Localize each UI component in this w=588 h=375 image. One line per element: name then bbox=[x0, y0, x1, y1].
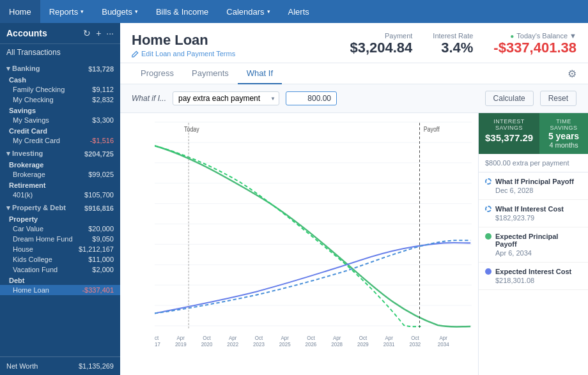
brokerage-header: Brokerage bbox=[0, 159, 120, 169]
interest-savings-box: INTEREST SAVINGS $35,377.29 bbox=[479, 113, 539, 154]
banking-amount: $13,728 bbox=[88, 65, 114, 73]
tab-payments[interactable]: Payments bbox=[183, 63, 238, 84]
interest-savings-value: $35,377.29 bbox=[485, 132, 533, 143]
dream-home-item[interactable]: Dream Home Fund$9,050 bbox=[0, 234, 120, 244]
sidebar-header: Accounts ↻ + ··· bbox=[0, 23, 120, 44]
svg-text:Today: Today bbox=[184, 125, 199, 133]
net-worth-label: Net Worth bbox=[6, 362, 38, 370]
reset-button[interactable]: Reset bbox=[540, 91, 576, 106]
today-balance-stat: ● Today's Balance ▼ -$337,401.38 bbox=[493, 32, 576, 56]
chart-svg: 340,000 306,000 272,000 238,000 204,000 … bbox=[155, 119, 472, 349]
savings-box: INTEREST SAVINGS $35,377.29 TIME SAVINGS… bbox=[479, 113, 588, 154]
property-debt-label: ▾ Property & Debt bbox=[6, 204, 66, 212]
svg-text:2034: 2034 bbox=[438, 341, 449, 348]
expected-principal-dot bbox=[485, 233, 491, 240]
expected-interest-amount: $218,301.08 bbox=[495, 277, 582, 284]
interest-stat: Interest Rate 3.4% bbox=[433, 32, 473, 56]
legend-whatif-principal: What If Principal Payoff Dec 6, 2028 bbox=[479, 172, 588, 200]
sidebar-footer: Net Worth $1,135,269 bbox=[0, 356, 120, 375]
brokerage-item[interactable]: Brokerage$99,025 bbox=[0, 169, 120, 180]
svg-text:2017: 2017 bbox=[155, 341, 160, 348]
sidebar-title: Accounts bbox=[6, 28, 83, 38]
svg-text:2032: 2032 bbox=[410, 341, 421, 348]
legend-expected-interest: Expected Interest Cost $218,301.08 bbox=[479, 263, 588, 290]
expected-interest-dot bbox=[485, 268, 491, 275]
nav-home[interactable]: Home bbox=[0, 0, 40, 23]
header-stats: Payment $3,204.84 Interest Rate 3.4% ● T… bbox=[350, 32, 576, 56]
chart-container: 340,000 306,000 272,000 238,000 204,000 … bbox=[120, 113, 478, 375]
svg-text:Oct: Oct bbox=[203, 334, 211, 341]
tabs-bar: Progress Payments What If ⚙ bbox=[120, 63, 588, 84]
vacation-fund-item[interactable]: Vacation Fund$2,000 bbox=[0, 264, 120, 275]
svg-text:Apr: Apr bbox=[440, 334, 448, 341]
content-header: Home Loan Edit Loan and Payment Terms Pa… bbox=[120, 23, 588, 63]
whatif-label: What if I... bbox=[132, 94, 166, 103]
extra-payment-info: $800.00 extra per payment bbox=[479, 154, 588, 172]
svg-text:Apr: Apr bbox=[333, 334, 341, 341]
svg-text:2023: 2023 bbox=[253, 341, 265, 348]
calculate-button[interactable]: Calculate bbox=[485, 91, 534, 106]
add-icon[interactable]: + bbox=[96, 28, 101, 38]
time-savings-months: 4 months bbox=[546, 141, 582, 149]
main-content: Home Loan Edit Loan and Payment Terms Pa… bbox=[120, 23, 588, 375]
edit-loan-link[interactable]: Edit Loan and Payment Terms bbox=[132, 50, 235, 57]
sidebar-all-transactions[interactable]: All Transactions bbox=[0, 44, 120, 61]
nav-bills[interactable]: Bills & Income bbox=[147, 0, 217, 23]
my-checking-item[interactable]: My Checking$2,832 bbox=[0, 95, 120, 105]
page-title: Home Loan bbox=[132, 32, 235, 49]
family-checking-item[interactable]: Family Checking$9,112 bbox=[0, 84, 120, 95]
svg-text:2029: 2029 bbox=[357, 341, 369, 348]
investing-label: ▾ Investing bbox=[6, 149, 43, 158]
whatif-principal-date: Dec 6, 2028 bbox=[495, 187, 582, 194]
property-header: Property bbox=[0, 213, 120, 224]
sidebar-icons: ↻ + ··· bbox=[83, 28, 114, 38]
svg-text:Apr: Apr bbox=[281, 334, 290, 341]
sidebar-group-investing[interactable]: ▾ Investing $204,725 bbox=[0, 146, 120, 159]
settings-gear-button[interactable]: ⚙ bbox=[568, 68, 576, 80]
top-nav: Home Reports ▾ Budgets ▾ Bills & Income … bbox=[0, 0, 588, 23]
net-worth-value: $1,135,269 bbox=[79, 362, 114, 370]
nav-reports[interactable]: Reports ▾ bbox=[40, 0, 93, 23]
sidebar-group-banking[interactable]: ▾ Banking $13,728 bbox=[0, 61, 120, 74]
expected-principal-date: Apr 6, 2034 bbox=[495, 249, 582, 257]
svg-text:2025: 2025 bbox=[279, 341, 291, 348]
interest-savings-label: INTEREST SAVINGS bbox=[485, 118, 533, 131]
nav-alerts[interactable]: Alerts bbox=[279, 0, 318, 23]
svg-text:Oct: Oct bbox=[411, 334, 419, 341]
svg-text:Apr: Apr bbox=[229, 334, 237, 341]
home-loan-item[interactable]: Home Loan-$337,401 bbox=[0, 285, 120, 295]
debt-header: Debt bbox=[0, 275, 120, 285]
whatif-select[interactable]: pay extra each payment make lump sum pay… bbox=[173, 91, 279, 105]
refresh-icon[interactable]: ↻ bbox=[83, 28, 91, 38]
whatif-select-wrapper: pay extra each payment make lump sum pay… bbox=[173, 91, 279, 105]
svg-text:2028: 2028 bbox=[331, 341, 343, 348]
svg-text:2026: 2026 bbox=[306, 341, 317, 348]
svg-text:Oct: Oct bbox=[255, 334, 263, 341]
svg-text:2031: 2031 bbox=[383, 341, 395, 348]
credit-card-header: Credit Card bbox=[0, 125, 120, 135]
svg-text:2020: 2020 bbox=[201, 341, 213, 348]
kids-college-item[interactable]: Kids College$11,000 bbox=[0, 254, 120, 264]
house-item[interactable]: House$1,212,167 bbox=[0, 244, 120, 254]
car-value-item[interactable]: Car Value$20,000 bbox=[0, 224, 120, 234]
svg-text:Oct: Oct bbox=[155, 334, 159, 341]
legend-whatif-interest: What If Interest Cost $182,923.79 bbox=[479, 200, 588, 227]
tab-whatif[interactable]: What If bbox=[238, 63, 282, 84]
retirement-header: Retirement bbox=[0, 180, 120, 190]
cash-header: Cash bbox=[0, 74, 120, 84]
savings-header: Savings bbox=[0, 105, 120, 115]
whatif-amount-input[interactable] bbox=[286, 91, 337, 105]
tab-progress[interactable]: Progress bbox=[132, 63, 183, 84]
chart-area: 340,000 306,000 272,000 238,000 204,000 … bbox=[120, 113, 588, 375]
nav-budgets[interactable]: Budgets ▾ bbox=[93, 0, 147, 23]
nav-calendars[interactable]: Calendars ▾ bbox=[217, 0, 279, 23]
more-icon[interactable]: ··· bbox=[106, 28, 114, 38]
sidebar: Accounts ↻ + ··· All Transactions ▾ Bank… bbox=[0, 23, 120, 375]
time-savings-box: TIME SAVINGS 5 years 4 months bbox=[539, 113, 588, 154]
time-savings-years: 5 years bbox=[546, 131, 582, 141]
401k-item[interactable]: 401(k)$105,700 bbox=[0, 190, 120, 200]
my-savings-item[interactable]: My Savings$3,300 bbox=[0, 115, 120, 125]
sidebar-group-property-debt[interactable]: ▾ Property & Debt $916,816 bbox=[0, 200, 120, 213]
my-credit-card-item[interactable]: My Credit Card-$1,516 bbox=[0, 135, 120, 146]
time-savings-label: TIME SAVINGS bbox=[546, 118, 582, 131]
